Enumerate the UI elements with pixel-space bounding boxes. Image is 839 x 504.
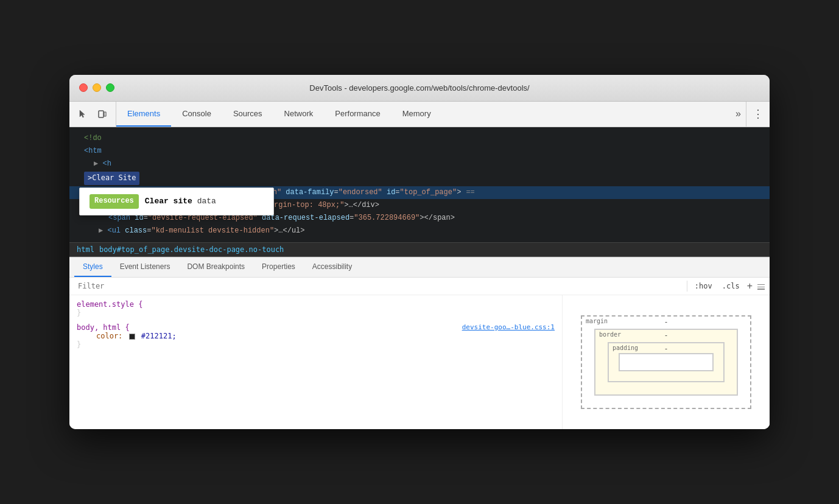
toolbar-tabs: Elements Console Sources Network Perform… bbox=[116, 102, 731, 127]
box-model-panel: margin - border - padding - bbox=[563, 295, 770, 429]
tab-accessibility[interactable]: Accessibility bbox=[304, 257, 360, 277]
cursor-icon[interactable] bbox=[74, 105, 91, 122]
margin-top-value: - bbox=[664, 318, 669, 326]
window-title: DevTools - developers.google.com/web/too… bbox=[309, 83, 529, 93]
filter-container bbox=[74, 280, 682, 292]
tab-memory[interactable]: Memory bbox=[391, 102, 442, 127]
devtools-menu-button[interactable]: ⋮ bbox=[746, 102, 770, 127]
autocomplete-badge: Resources bbox=[90, 194, 139, 208]
tab-styles[interactable]: Styles bbox=[74, 257, 111, 277]
bottom-content: element.style { } body, html { devsite-g… bbox=[69, 295, 770, 429]
filter-divider bbox=[687, 281, 687, 292]
tab-event-listeners[interactable]: Event Listeners bbox=[111, 257, 179, 277]
tab-elements[interactable]: Elements bbox=[116, 102, 171, 127]
tab-dom-breakpoints[interactable]: DOM Breakpoints bbox=[178, 257, 253, 277]
autocomplete-option[interactable]: Resources Clear site data bbox=[80, 188, 273, 214]
filter-input[interactable] bbox=[74, 280, 682, 292]
tree-line: <htm bbox=[69, 145, 770, 158]
border-top-value: - bbox=[664, 331, 669, 339]
maximize-button[interactable] bbox=[106, 83, 114, 92]
svg-rect-0 bbox=[99, 111, 104, 117]
devtools-window: DevTools - developers.google.com/web/too… bbox=[69, 75, 770, 430]
tab-sources[interactable]: Sources bbox=[222, 102, 273, 127]
traffic-lights bbox=[79, 83, 114, 92]
tab-console[interactable]: Console bbox=[171, 102, 222, 127]
breadcrumb-html[interactable]: html bbox=[77, 245, 94, 254]
styles-tab-bar: Styles Event Listeners DOM Breakpoints P… bbox=[69, 257, 770, 278]
margin-label: margin bbox=[586, 318, 608, 324]
toolbar-icon-group bbox=[69, 102, 116, 127]
border-box: border - padding - bbox=[594, 329, 738, 396]
css-property: color: #212121; bbox=[77, 332, 555, 340]
autocomplete-input-display[interactable]: >Clear Site bbox=[84, 172, 139, 184]
tab-properties[interactable]: Properties bbox=[253, 257, 304, 277]
breadcrumb-body[interactable]: body#top_of_page.devsite-doc-page.no-tou… bbox=[99, 245, 284, 254]
border-label: border bbox=[599, 331, 621, 338]
css-rule-element-style: element.style { } bbox=[77, 300, 555, 317]
device-toolbar-icon[interactable] bbox=[94, 105, 111, 122]
margin-box: margin - border - padding - bbox=[581, 315, 751, 409]
breadcrumb: html body#top_of_page.devsite-doc-page.n… bbox=[69, 242, 770, 257]
autocomplete-text: Clear site data bbox=[145, 195, 216, 208]
padding-top-value: - bbox=[664, 345, 669, 352]
tab-network[interactable]: Network bbox=[273, 102, 325, 127]
close-button[interactable] bbox=[79, 83, 88, 92]
css-selector: element.style { bbox=[77, 300, 142, 309]
styles-panel: element.style { } body, html { devsite-g… bbox=[69, 295, 563, 429]
add-style-button[interactable]: + bbox=[747, 281, 753, 291]
tree-line: ▶ <h bbox=[69, 158, 770, 170]
autocomplete-dropdown: Resources Clear site data bbox=[79, 187, 274, 215]
content-box bbox=[619, 353, 714, 371]
hov-button[interactable]: :hov bbox=[692, 281, 715, 292]
css-selector: body, html { bbox=[77, 323, 130, 332]
tree-line: <!do bbox=[69, 132, 770, 145]
devtools-content: <!do <htm ▶ <h >Clear Site Resources bbox=[69, 127, 770, 257]
tab-performance[interactable]: Performance bbox=[324, 102, 391, 127]
autocomplete-row: >Clear Site Resources Clear site data bbox=[69, 170, 770, 186]
filter-bar: :hov .cls + bbox=[69, 278, 770, 295]
titlebar: DevTools - developers.google.com/web/too… bbox=[69, 75, 770, 102]
html-tree: <!do <htm ▶ <h >Clear Site Resources bbox=[69, 127, 770, 243]
more-tabs-button[interactable]: » bbox=[731, 102, 746, 127]
filter-slider-icon[interactable] bbox=[757, 282, 765, 290]
color-swatch bbox=[129, 334, 135, 340]
cls-button[interactable]: .cls bbox=[720, 281, 742, 292]
bottom-panel: Styles Event Listeners DOM Breakpoints P… bbox=[69, 257, 770, 429]
css-rule-body-html: body, html { devsite-goo…-blue.css:1 col… bbox=[77, 323, 555, 349]
devtools-toolbar: Elements Console Sources Network Perform… bbox=[69, 102, 770, 127]
padding-box: padding - bbox=[608, 342, 725, 382]
box-model: margin - border - padding - bbox=[581, 315, 751, 409]
tree-line: ▶ < ul class = "kd-menulist devsite-hidd… bbox=[69, 225, 770, 237]
svg-rect-1 bbox=[104, 112, 106, 116]
minimize-button[interactable] bbox=[93, 83, 101, 92]
css-source-link[interactable]: devsite-goo…-blue.css:1 bbox=[462, 323, 555, 332]
padding-label: padding bbox=[613, 345, 638, 351]
